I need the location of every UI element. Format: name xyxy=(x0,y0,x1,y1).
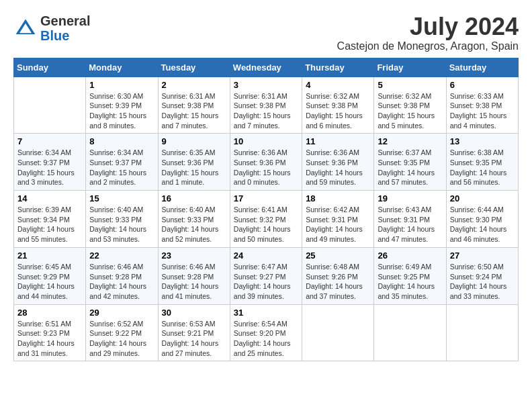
calendar-cell: 20Sunrise: 6:44 AM Sunset: 9:30 PM Dayli… xyxy=(446,191,518,248)
calendar-table: SundayMondayTuesdayWednesdayThursdayFrid… xyxy=(13,58,519,362)
calendar-header: SundayMondayTuesdayWednesdayThursdayFrid… xyxy=(14,58,519,77)
calendar-cell: 6Sunrise: 6:33 AM Sunset: 9:38 PM Daylig… xyxy=(446,77,518,134)
weekday-header-sunday: Sunday xyxy=(14,58,86,77)
calendar-cell: 3Sunrise: 6:31 AM Sunset: 9:38 PM Daylig… xyxy=(230,77,302,134)
title-block: July 2024 Castejon de Monegros, Aragon, … xyxy=(337,13,519,52)
day-info: Sunrise: 6:44 AM Sunset: 9:30 PM Dayligh… xyxy=(450,205,515,244)
day-number: 14 xyxy=(17,193,82,203)
calendar-cell: 23Sunrise: 6:46 AM Sunset: 9:28 PM Dayli… xyxy=(158,247,230,304)
calendar-cell xyxy=(446,304,518,361)
day-info: Sunrise: 6:48 AM Sunset: 9:26 PM Dayligh… xyxy=(306,262,370,302)
weekday-header-thursday: Thursday xyxy=(302,58,374,77)
weekday-header-wednesday: Wednesday xyxy=(230,58,302,77)
month-title: July 2024 xyxy=(337,13,519,40)
day-number: 2 xyxy=(162,80,226,90)
day-info: Sunrise: 6:31 AM Sunset: 9:38 PM Dayligh… xyxy=(234,91,298,131)
day-number: 10 xyxy=(234,136,298,146)
logo-blue: Blue xyxy=(40,28,69,43)
day-number: 25 xyxy=(306,250,370,261)
day-number: 31 xyxy=(234,308,298,318)
calendar-cell: 16Sunrise: 6:40 AM Sunset: 9:33 PM Dayli… xyxy=(158,191,230,248)
day-number: 24 xyxy=(234,250,298,261)
calendar-week-row: 28Sunrise: 6:51 AM Sunset: 9:23 PM Dayli… xyxy=(14,304,519,361)
day-info: Sunrise: 6:46 AM Sunset: 9:28 PM Dayligh… xyxy=(89,262,154,302)
calendar-cell xyxy=(302,304,374,361)
logo-icon xyxy=(13,16,38,40)
day-number: 12 xyxy=(378,136,442,146)
calendar-cell: 10Sunrise: 6:36 AM Sunset: 9:36 PM Dayli… xyxy=(230,134,302,191)
calendar-week-row: 7Sunrise: 6:34 AM Sunset: 9:37 PM Daylig… xyxy=(14,134,519,191)
calendar-cell: 13Sunrise: 6:38 AM Sunset: 9:35 PM Dayli… xyxy=(446,134,518,191)
day-number: 17 xyxy=(234,193,298,203)
calendar-cell: 5Sunrise: 6:32 AM Sunset: 9:38 PM Daylig… xyxy=(374,77,446,134)
day-info: Sunrise: 6:50 AM Sunset: 9:24 PM Dayligh… xyxy=(450,262,515,302)
weekday-header-friday: Friday xyxy=(374,58,446,77)
day-number: 19 xyxy=(378,193,442,203)
day-number: 6 xyxy=(450,80,515,90)
day-info: Sunrise: 6:36 AM Sunset: 9:36 PM Dayligh… xyxy=(234,148,298,187)
logo-text: General Blue xyxy=(40,13,90,43)
day-number: 29 xyxy=(89,308,154,318)
day-info: Sunrise: 6:47 AM Sunset: 9:27 PM Dayligh… xyxy=(234,262,298,302)
calendar-cell: 26Sunrise: 6:49 AM Sunset: 9:25 PM Dayli… xyxy=(374,247,446,304)
day-number: 5 xyxy=(378,80,442,90)
calendar-week-row: 1Sunrise: 6:30 AM Sunset: 9:39 PM Daylig… xyxy=(14,77,519,134)
day-number: 16 xyxy=(162,193,226,203)
calendar-cell: 12Sunrise: 6:37 AM Sunset: 9:35 PM Dayli… xyxy=(374,134,446,191)
logo: General Blue xyxy=(13,13,90,43)
calendar-cell: 8Sunrise: 6:34 AM Sunset: 9:37 PM Daylig… xyxy=(86,134,158,191)
day-number: 11 xyxy=(306,136,370,146)
calendar-cell: 9Sunrise: 6:35 AM Sunset: 9:36 PM Daylig… xyxy=(158,134,230,191)
day-number: 3 xyxy=(234,80,298,90)
calendar-cell: 24Sunrise: 6:47 AM Sunset: 9:27 PM Dayli… xyxy=(230,247,302,304)
calendar-cell: 31Sunrise: 6:54 AM Sunset: 9:20 PM Dayli… xyxy=(230,304,302,361)
calendar-cell xyxy=(14,77,86,134)
page-header: General Blue July 2024 Castejon de Moneg… xyxy=(13,13,519,52)
day-info: Sunrise: 6:40 AM Sunset: 9:33 PM Dayligh… xyxy=(162,205,226,244)
day-info: Sunrise: 6:34 AM Sunset: 9:37 PM Dayligh… xyxy=(89,148,154,187)
day-info: Sunrise: 6:31 AM Sunset: 9:38 PM Dayligh… xyxy=(162,91,226,131)
calendar-cell: 15Sunrise: 6:40 AM Sunset: 9:33 PM Dayli… xyxy=(86,191,158,248)
calendar-body: 1Sunrise: 6:30 AM Sunset: 9:39 PM Daylig… xyxy=(14,77,519,361)
day-info: Sunrise: 6:45 AM Sunset: 9:29 PM Dayligh… xyxy=(17,262,82,302)
calendar-cell: 22Sunrise: 6:46 AM Sunset: 9:28 PM Dayli… xyxy=(86,247,158,304)
calendar-cell: 27Sunrise: 6:50 AM Sunset: 9:24 PM Dayli… xyxy=(446,247,518,304)
calendar-cell: 7Sunrise: 6:34 AM Sunset: 9:37 PM Daylig… xyxy=(14,134,86,191)
day-number: 23 xyxy=(162,250,226,261)
weekday-header-saturday: Saturday xyxy=(446,58,518,77)
location-title: Castejon de Monegros, Aragon, Spain xyxy=(337,40,519,52)
day-number: 15 xyxy=(89,193,154,203)
day-info: Sunrise: 6:40 AM Sunset: 9:33 PM Dayligh… xyxy=(89,205,154,244)
day-number: 7 xyxy=(17,136,82,146)
calendar-cell: 14Sunrise: 6:39 AM Sunset: 9:34 PM Dayli… xyxy=(14,191,86,248)
day-info: Sunrise: 6:34 AM Sunset: 9:37 PM Dayligh… xyxy=(17,148,82,187)
calendar-cell xyxy=(374,304,446,361)
day-number: 8 xyxy=(89,136,154,146)
day-info: Sunrise: 6:46 AM Sunset: 9:28 PM Dayligh… xyxy=(162,262,226,302)
calendar-cell: 19Sunrise: 6:43 AM Sunset: 9:31 PM Dayli… xyxy=(374,191,446,248)
day-info: Sunrise: 6:30 AM Sunset: 9:39 PM Dayligh… xyxy=(89,91,154,131)
calendar-cell: 28Sunrise: 6:51 AM Sunset: 9:23 PM Dayli… xyxy=(14,304,86,361)
day-number: 4 xyxy=(306,80,370,90)
day-info: Sunrise: 6:32 AM Sunset: 9:38 PM Dayligh… xyxy=(378,91,442,131)
weekday-header-row: SundayMondayTuesdayWednesdayThursdayFrid… xyxy=(14,58,519,77)
day-number: 22 xyxy=(89,250,154,261)
calendar-cell: 17Sunrise: 6:41 AM Sunset: 9:32 PM Dayli… xyxy=(230,191,302,248)
day-info: Sunrise: 6:43 AM Sunset: 9:31 PM Dayligh… xyxy=(378,205,442,244)
day-info: Sunrise: 6:33 AM Sunset: 9:38 PM Dayligh… xyxy=(450,91,515,131)
day-number: 30 xyxy=(162,308,226,318)
calendar-week-row: 14Sunrise: 6:39 AM Sunset: 9:34 PM Dayli… xyxy=(14,191,519,248)
day-number: 1 xyxy=(89,80,154,90)
day-info: Sunrise: 6:49 AM Sunset: 9:25 PM Dayligh… xyxy=(378,262,442,302)
day-info: Sunrise: 6:32 AM Sunset: 9:38 PM Dayligh… xyxy=(306,91,370,131)
day-number: 20 xyxy=(450,193,515,203)
day-number: 28 xyxy=(17,308,82,318)
day-info: Sunrise: 6:38 AM Sunset: 9:35 PM Dayligh… xyxy=(450,148,515,187)
day-number: 26 xyxy=(378,250,442,261)
day-number: 21 xyxy=(17,250,82,261)
day-info: Sunrise: 6:36 AM Sunset: 9:36 PM Dayligh… xyxy=(306,148,370,187)
day-info: Sunrise: 6:42 AM Sunset: 9:31 PM Dayligh… xyxy=(306,205,370,244)
calendar-cell: 25Sunrise: 6:48 AM Sunset: 9:26 PM Dayli… xyxy=(302,247,374,304)
calendar-cell: 11Sunrise: 6:36 AM Sunset: 9:36 PM Dayli… xyxy=(302,134,374,191)
day-number: 9 xyxy=(162,136,226,146)
